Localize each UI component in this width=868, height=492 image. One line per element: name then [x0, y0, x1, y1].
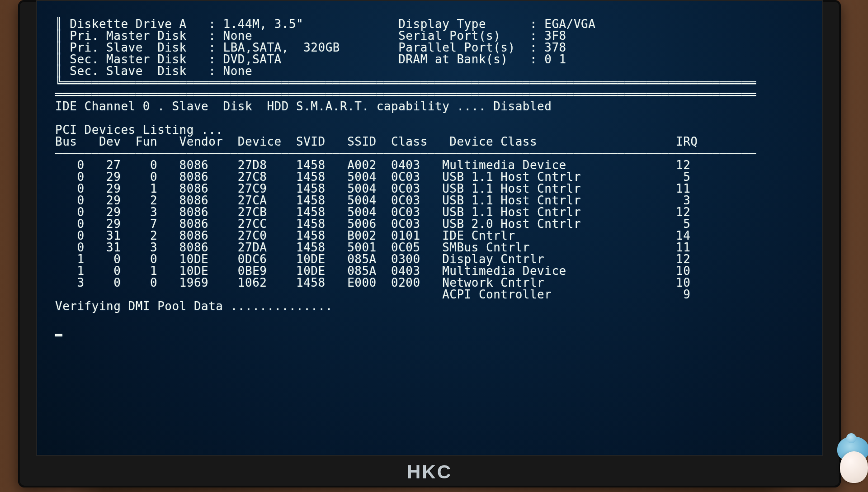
monitor-bezel: ║ Diskette Drive A : 1.44M, 3.5" Display…: [18, 0, 841, 487]
monitor-brand-logo: HKC: [407, 461, 452, 483]
plush-toy-decoration: [836, 429, 868, 483]
crt-lcd-screen: ║ Diskette Drive A : 1.44M, 3.5" Display…: [36, 0, 823, 456]
bios-post-text: ║ Diskette Drive A : 1.44M, 3.5" Display…: [37, 13, 822, 336]
text-cursor: [55, 334, 62, 336]
